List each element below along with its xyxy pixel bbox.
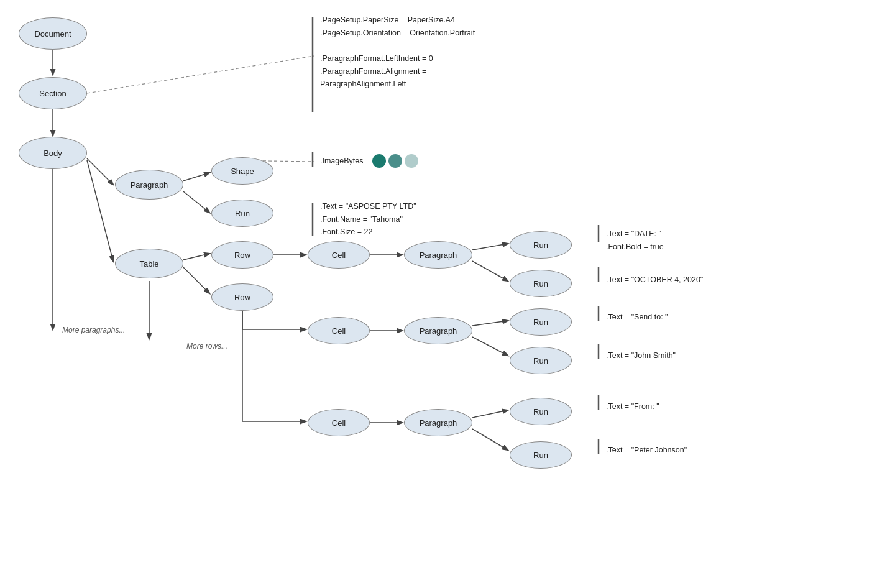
run1-annotation-line3: .Font.Size = 22 (320, 227, 372, 236)
node-cell3-label: Cell (332, 418, 346, 428)
run3-annotation-line1: .Text = "OCTOBER 4, 2020" (606, 275, 703, 284)
node-shape-label: Shape (231, 167, 254, 176)
node-run1: Run (211, 200, 273, 227)
more-paragraphs-text: More paragraphs... (62, 324, 125, 336)
run2-annotation-line1: .Text = "DATE: " (606, 229, 661, 238)
node-paragraph1-label: Paragraph (131, 180, 168, 190)
color-dot-1 (372, 154, 386, 168)
node-shape: Shape (211, 157, 273, 185)
node-run5-label: Run (533, 356, 548, 365)
svg-line-3 (183, 173, 209, 181)
more-paragraphs-label: More paragraphs... (62, 326, 125, 334)
run6-annotation: .Text = "From: " (606, 400, 659, 413)
svg-line-7 (183, 267, 209, 293)
run4-annotation: .Text = "Send to: " (606, 311, 668, 324)
node-row2-label: Row (234, 293, 250, 302)
node-cell1: Cell (308, 241, 370, 269)
more-rows-label: More rows... (186, 342, 227, 351)
node-document-label: Document (34, 29, 71, 39)
node-paragraph1: Paragraph (115, 170, 183, 200)
node-row2: Row (211, 283, 273, 311)
node-body: Body (19, 137, 87, 169)
run3-annotation: .Text = "OCTOBER 4, 2020" (606, 273, 703, 287)
run5-annotation-line1: .Text = "John Smith" (606, 351, 676, 360)
node-run2: Run (510, 231, 572, 259)
node-run3: Run (510, 270, 572, 297)
more-rows-text: More rows... (186, 341, 227, 352)
node-cell3: Cell (308, 409, 370, 436)
svg-line-13 (472, 321, 508, 326)
run7-annotation-line1: .Text = "Peter Johnson" (606, 446, 687, 454)
node-run7-label: Run (533, 451, 548, 460)
node-row1: Row (211, 241, 273, 269)
section-annotation-line3: .ParagraphFormat.LeftIndent = 0 (320, 54, 433, 63)
node-row1-label: Row (234, 250, 250, 260)
run1-annotation-line1: .Text = "ASPOSE PTY LTD" (320, 202, 416, 211)
svg-line-17 (472, 429, 508, 450)
svg-line-14 (472, 337, 508, 356)
section-annotation-line1: .PageSetup.PaperSize = PaperSize.A4 (320, 16, 455, 24)
node-section: Section (19, 77, 87, 109)
node-paragraph2: Paragraph (404, 241, 472, 269)
run5-annotation: .Text = "John Smith" (606, 349, 676, 362)
run1-annotation: .Text = "ASPOSE PTY LTD" .Font.Name = "T… (320, 200, 416, 239)
section-annotation-line2: .PageSetup.Orientation = Orientation.Por… (320, 29, 475, 37)
node-paragraph4-label: Paragraph (420, 418, 457, 428)
node-document: Document (19, 17, 87, 50)
color-dot-2 (388, 154, 402, 168)
section-annotation: .PageSetup.PaperSize = PaperSize.A4 .Pag… (320, 14, 475, 91)
node-run4-label: Run (533, 318, 548, 327)
run2-annotation-line2: .Font.Bold = true (606, 242, 664, 251)
svg-line-10 (472, 244, 508, 250)
node-paragraph3-label: Paragraph (420, 326, 457, 336)
node-section-label: Section (39, 89, 66, 98)
node-paragraph4: Paragraph (404, 409, 472, 436)
node-run6: Run (510, 398, 572, 425)
node-table: Table (115, 249, 183, 278)
run7-annotation: .Text = "Peter Johnson" (606, 444, 687, 457)
diagram-container: Document Section Body Paragraph Shape Ru… (0, 0, 895, 588)
node-body-label: Body (44, 149, 62, 158)
svg-line-2 (87, 56, 314, 93)
section-annotation-line4: .ParagraphFormat.Alignment = (320, 67, 426, 76)
run1-annotation-line2: .Font.Name = "Tahoma" (320, 215, 403, 224)
node-paragraph2-label: Paragraph (420, 250, 457, 260)
node-cell2: Cell (308, 317, 370, 344)
node-run3-label: Run (533, 279, 548, 288)
node-paragraph3: Paragraph (404, 317, 472, 344)
imagebytes-label: .ImageBytes = (320, 155, 372, 167)
imagebytes-annotation: .ImageBytes = (320, 154, 421, 168)
node-run1-label: Run (235, 209, 250, 218)
node-run5: Run (510, 347, 572, 374)
node-run6-label: Run (533, 407, 548, 416)
node-run7: Run (510, 441, 572, 469)
run2-annotation: .Text = "DATE: " .Font.Bold = true (606, 227, 664, 253)
node-cell1-label: Cell (332, 250, 346, 260)
run4-annotation-line1: .Text = "Send to: " (606, 313, 668, 321)
node-table-label: Table (139, 259, 158, 269)
node-run4: Run (510, 308, 572, 336)
svg-line-6 (183, 254, 209, 260)
node-cell2-label: Cell (332, 326, 346, 336)
run6-annotation-line1: .Text = "From: " (606, 402, 659, 411)
svg-line-16 (472, 410, 508, 418)
node-run2-label: Run (533, 241, 548, 250)
svg-line-11 (472, 261, 508, 281)
svg-line-4 (183, 191, 209, 213)
section-annotation-line5: ParagraphAlignment.Left (320, 80, 406, 88)
color-dot-3 (405, 154, 418, 168)
